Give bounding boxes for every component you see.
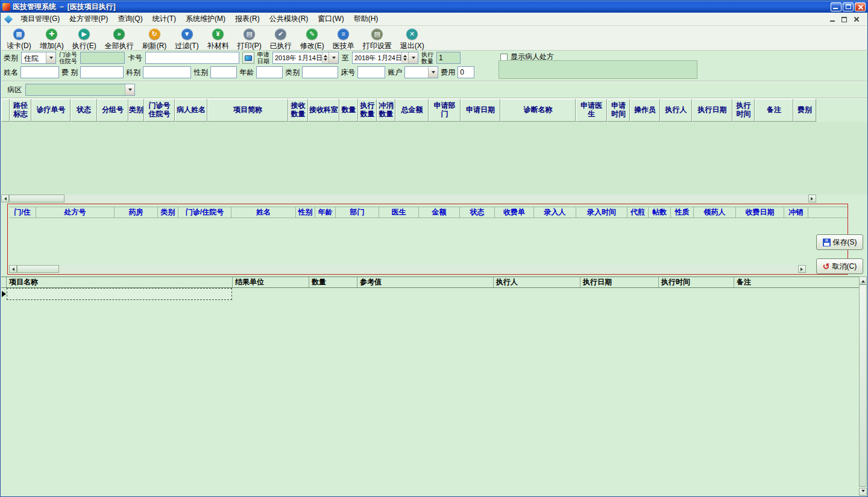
request-grid-body[interactable] [1, 122, 867, 195]
column-header: 路径 标志 [10, 99, 31, 122]
request-grid-hscrollbar[interactable] [1, 195, 816, 202]
account-select[interactable] [404, 66, 438, 78]
menu-item-reports[interactable]: 报表(R) [230, 12, 265, 26]
add-button[interactable]: ✚ 增加(A) [36, 27, 68, 49]
scroll-thumb[interactable] [17, 265, 59, 273]
column-header: 申请医 生 [576, 99, 607, 122]
chevron-down-icon[interactable] [46, 52, 55, 63]
dept-input[interactable] [143, 66, 191, 78]
age-input[interactable] [256, 66, 283, 78]
fee-type-input[interactable] [80, 66, 124, 78]
scroll-thumb[interactable] [9, 195, 64, 202]
bed-no-input[interactable] [357, 66, 385, 78]
minimize-button[interactable] [831, 2, 841, 11]
column-header: 收费单 [495, 207, 534, 217]
scroll-up-arrow-icon[interactable] [859, 277, 867, 284]
request-grid: 路径 标志诊疗单号状态分组号类别门诊号 住院号病人姓名项目简称接收 数量接收科室… [1, 99, 867, 195]
close-icon [858, 4, 863, 10]
prescription-grid-hscrollbar[interactable] [9, 265, 806, 273]
restore-button[interactable] [843, 2, 854, 11]
scroll-right-arrow-icon[interactable] [808, 195, 816, 202]
gender-input[interactable] [210, 66, 237, 78]
ward-label: 病区 [7, 85, 22, 95]
column-header: 申请部 门 [429, 99, 461, 122]
scroll-right-arrow-icon[interactable] [798, 265, 806, 273]
date-to-picker[interactable]: 2018年 1月24日 [352, 52, 418, 64]
execute-button[interactable]: ▶ 执行(E) [68, 27, 101, 49]
fee-input[interactable] [458, 66, 474, 78]
spinner-icon[interactable] [322, 52, 329, 63]
app-window: 医技管理系统 － [医技项目执行] 项目管理(G)处方管理(P)查询(Q)统计(… [0, 0, 868, 497]
column-header: 类别 [128, 99, 144, 122]
cancel-button[interactable]: ↺ 取消(C) [816, 258, 863, 274]
menu-item-statistics[interactable]: 统计(T) [148, 12, 181, 26]
supplement-materials-button[interactable]: ¥ 补材料 [203, 27, 233, 49]
chevron-down-icon[interactable] [428, 67, 438, 78]
ward-select[interactable] [25, 84, 135, 96]
menu-item-public-modules[interactable]: 公共模块(R) [265, 12, 313, 26]
column-header: 执行人 [660, 99, 692, 122]
money-icon: ¥ [212, 28, 224, 40]
column-header: 部门 [336, 207, 379, 217]
type-input[interactable] [302, 66, 338, 78]
scroll-track[interactable] [59, 265, 798, 273]
result-focused-cell[interactable] [7, 288, 232, 300]
scroll-left-arrow-icon[interactable] [1, 195, 9, 202]
date-from-picker[interactable]: 2018年 1月14日 [272, 52, 339, 64]
exit-button[interactable]: ✕ 退出(X) [396, 27, 429, 49]
child-close-button[interactable] [852, 15, 861, 23]
menu-item-system-maintenance[interactable]: 系统维护(M) [181, 12, 230, 26]
gender-label: 性别 [193, 67, 208, 78]
read-card-button[interactable]: ▦ 读卡(D) [2, 27, 36, 49]
print-button[interactable]: ▤ 打印(P) [233, 27, 266, 49]
card-reader-lookup-button[interactable] [242, 52, 254, 64]
menu-item-help[interactable]: 帮助(H) [349, 12, 383, 26]
visit-no-input[interactable] [80, 52, 125, 64]
column-header: 诊断名称 [500, 99, 576, 122]
column-header: 录入人 [534, 207, 576, 217]
prescription-grid-header: 门/住处方号药房类别门诊/住院号姓名性别年龄部门医生金额状态收费单录入人录入时间… [9, 207, 848, 218]
modify-button[interactable]: ✎ 修改(E) [296, 27, 329, 49]
scroll-down-arrow-icon[interactable] [859, 488, 867, 496]
executed-button[interactable]: ✔ 已执行 [266, 27, 296, 49]
column-header: 门诊/住院号 [178, 207, 231, 217]
printer-gear-icon: ▤ [371, 28, 383, 40]
spinner-icon[interactable] [401, 52, 408, 63]
med-tech-form-button[interactable]: ≡ 医技单 [329, 27, 359, 49]
menu-item-project-mgmt[interactable]: 项目管理(G) [16, 12, 64, 26]
chevron-down-icon[interactable] [125, 84, 134, 95]
scroll-thumb[interactable] [859, 284, 867, 487]
apply-date-label: 申请 日期 [257, 51, 269, 64]
column-header: 费别 [793, 99, 816, 122]
column-header: 申请日期 [461, 99, 500, 122]
close-button[interactable] [855, 2, 866, 11]
patient-rx-textarea[interactable] [498, 60, 697, 79]
card-no-input[interactable] [145, 52, 239, 64]
filter-row-1: 类别 住院 门诊号 住院号 卡号 申请 日期 2018年 1月14日 至 [1, 51, 867, 65]
column-header: 状态 [71, 99, 97, 122]
chevron-down-icon[interactable] [329, 52, 338, 63]
menu-item-window[interactable]: 窗口(W) [313, 12, 348, 26]
execute-all-button[interactable]: » 全部执行 [101, 27, 138, 49]
menu-item-query[interactable]: 查询(Q) [113, 12, 147, 26]
exec-qty-input[interactable] [436, 52, 461, 64]
column-header: 执行人 [494, 277, 580, 287]
chevron-down-icon[interactable] [408, 52, 418, 63]
child-restore-button[interactable] [840, 15, 849, 23]
card-reader-icon: ▦ [13, 28, 25, 40]
column-header: 接收科室 [308, 99, 339, 122]
scroll-track[interactable] [64, 195, 808, 202]
result-grid-vscrollbar[interactable] [859, 277, 867, 496]
save-button[interactable]: 保存(S) [816, 234, 863, 250]
column-header: 执行 数量 [358, 99, 377, 122]
child-minimize-button[interactable] [828, 15, 837, 23]
scroll-left-arrow-icon[interactable] [9, 265, 17, 273]
print-settings-button[interactable]: ▤ 打印设置 [359, 27, 396, 49]
name-input[interactable] [20, 66, 59, 78]
refresh-button[interactable]: ↻ 刷新(R) [138, 27, 171, 49]
menu-item-prescription-mgmt[interactable]: 处方管理(P) [64, 12, 113, 26]
category-select[interactable]: 住院 [21, 52, 56, 64]
column-header: 冲销 [784, 207, 808, 217]
filter-button[interactable]: ▼ 过滤(T) [171, 27, 203, 49]
result-grid-current-row[interactable] [1, 288, 232, 300]
